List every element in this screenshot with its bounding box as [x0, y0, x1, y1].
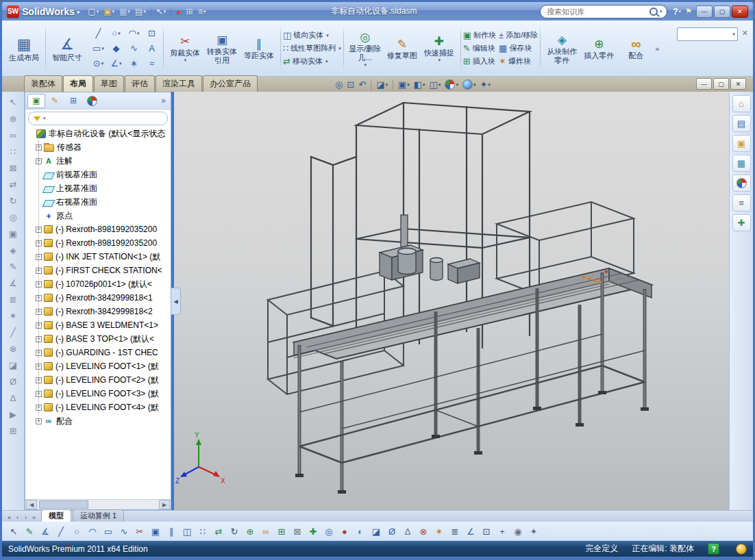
tree-item-root[interactable]: 非标自动化设备 (默认<显示状态 — [25, 127, 171, 140]
view-settings-button[interactable]: ✦▾ — [478, 79, 491, 90]
apply-scene-button[interactable]: ◐ — [354, 524, 367, 538]
dropdown-arrow-icon[interactable]: ▾ — [97, 9, 99, 14]
scrollbar-thumb[interactable] — [39, 500, 88, 509]
dropdown-arrow-icon[interactable]: ▾ — [127, 9, 130, 14]
smart-dimension-button[interactable]: ∡ — [38, 524, 52, 538]
rotate-component-button[interactable]: ↻ — [5, 194, 21, 208]
insert-part-button[interactable]: ⊕ 插入零件 — [580, 35, 617, 62]
dropdown-arrow-icon[interactable]: ▾ — [423, 82, 425, 88]
rewind-icon[interactable]: « — [5, 514, 13, 521]
tree-item-front-plane[interactable]: 前视基准面 — [33, 168, 171, 181]
select-tool-button[interactable]: ↖ — [5, 95, 21, 110]
aligned-section-view-button[interactable]: ◪ — [5, 358, 21, 372]
window-maximize-button[interactable]: ▢ — [714, 5, 730, 18]
sketch-circle-button[interactable]: ○▾ — [108, 26, 125, 40]
tree-item-comp-inkjet[interactable]: +(-) INK JET STATION<1> (默 — [33, 250, 171, 264]
document-recovery-button[interactable]: ✚ — [732, 214, 751, 231]
options-button[interactable]: ≡▾ — [196, 5, 208, 18]
dropdown-arrow-icon[interactable]: ▾ — [488, 82, 491, 88]
tab-assembly[interactable]: 装配体 — [24, 75, 62, 92]
tree-item-comp-base3-top[interactable]: +(-) BASE 3 TOP<1> (默认< — [33, 332, 171, 346]
tree-item-annotations[interactable]: +注解 — [33, 154, 171, 168]
smart-fasteners-button[interactable]: ⊠ — [290, 524, 304, 538]
convert-entities-button[interactable]: ▣ 转换实体引用 — [203, 31, 240, 66]
tree-item-comp-leveling-foot-4[interactable]: +(-) LEVELING FOOT<4> (默 — [33, 400, 171, 414]
tree-item-sensors-folder[interactable]: +传感器 — [33, 140, 171, 154]
tab-sketch[interactable]: 草图 — [94, 75, 124, 92]
filter-dropdown-arrow-icon[interactable]: ▾ — [43, 116, 46, 121]
tree-item-comp-rexroth-1[interactable]: +(-) Rexroth-8981992035200 — [33, 222, 171, 236]
create-layout-button[interactable]: ▦ 生成布局 — [5, 34, 42, 64]
mate-tool-button[interactable]: ∞ — [5, 128, 21, 142]
edit-appearance-button[interactable]: ● — [338, 524, 351, 538]
dropdown-arrow-icon[interactable]: ▾ — [137, 31, 140, 36]
circle-button[interactable]: ○ — [70, 524, 84, 538]
hide-show-button[interactable]: ◎ — [322, 524, 336, 538]
tree-item-comp-guarding[interactable]: +(-) GUARDING - 1ST CHEC — [33, 346, 171, 359]
panel-flyout-icon[interactable]: » — [158, 96, 169, 105]
quick-snaps-button[interactable]: ✚ 快速捕捉 ▾ — [421, 32, 458, 64]
sketch-fillet-button[interactable]: ∠▾ — [108, 56, 125, 71]
explode-line-sketch-button[interactable]: ╱ — [5, 325, 21, 340]
tab-layout[interactable]: 布局 — [63, 75, 93, 92]
configurationmanager-tab-button[interactable]: ⊞ — [64, 94, 82, 108]
view-palette-button[interactable]: ▦ — [732, 155, 751, 172]
custom-properties-button[interactable]: ≡ — [732, 194, 751, 212]
mass-properties-button[interactable]: Δ — [401, 524, 414, 538]
dropdown-arrow-icon[interactable]: ▾ — [112, 9, 115, 14]
dropdown-arrow-icon[interactable]: ▾ — [732, 31, 735, 37]
quick-tip-icon[interactable] — [736, 544, 747, 555]
expander-icon[interactable]: + — [36, 418, 42, 424]
mate-button[interactable]: ∞ 配合 — [617, 35, 654, 62]
dropdown-arrow-icon[interactable]: ▾ — [473, 82, 476, 88]
options-settings-button[interactable]: ✦ — [527, 524, 541, 538]
dropdown-arrow-icon[interactable]: ▾ — [101, 61, 104, 66]
mirror-entities-button[interactable]: ◫ 镜向实体 ▾ — [283, 30, 341, 40]
measure-button[interactable]: Ø — [385, 524, 399, 538]
zoom-fit-button[interactable]: ◎ — [334, 79, 344, 90]
mass-properties-button[interactable]: Δ — [5, 391, 21, 405]
sketch-fillet-button[interactable]: ∠ — [464, 524, 478, 538]
appearances-scenes-button[interactable] — [732, 175, 751, 192]
featuremanager-tab-button[interactable]: ▣ — [27, 94, 45, 108]
move-component-button[interactable]: ✚ — [306, 524, 320, 538]
zoom-area-button[interactable]: ⊡ — [345, 79, 356, 90]
smart-dimension-button[interactable]: ∡ 智能尺寸 — [49, 34, 86, 64]
next-icon[interactable]: › — [22, 514, 29, 521]
tab-office-products[interactable]: 办公室产品 — [203, 75, 258, 92]
apply-scene-button[interactable]: ▾ — [461, 79, 478, 90]
tab-model[interactable]: 模型 — [41, 509, 71, 522]
edit-appearance-button[interactable]: ▾ — [443, 79, 460, 90]
search-dropdown-arrow-icon[interactable]: ▾ — [660, 9, 663, 14]
interference-detection-button[interactable]: ⊗ — [5, 342, 21, 356]
panel-collapse-handle[interactable]: ◀ — [171, 288, 181, 315]
tree-item-top-plane[interactable]: 上视基准面 — [33, 181, 171, 195]
print-document-button[interactable]: ▤▾ — [133, 5, 148, 18]
status-help-icon[interactable]: ? — [708, 543, 719, 555]
linear-sketch-pattern-button[interactable]: ∷ — [196, 524, 210, 538]
section-view-button[interactable]: ◪ — [369, 524, 383, 538]
line-button[interactable]: ╱ — [54, 524, 68, 538]
tree-item-comp-leveling-foot-2[interactable]: +(-) LEVELING FOOT<2> (默 — [33, 373, 171, 387]
motion-study-button[interactable]: ▶ — [5, 407, 21, 422]
component-pattern-button[interactable]: ∷ — [5, 144, 21, 159]
select-cursor-button[interactable]: ↖▾ — [154, 5, 169, 18]
interference-detection-button[interactable]: ⊗ — [417, 524, 430, 538]
origin-visibility-button[interactable]: + — [495, 524, 509, 538]
component-leveling-feet[interactable] — [295, 391, 649, 494]
sketch-text-button[interactable]: A — [143, 41, 160, 55]
mate-button[interactable]: ∞ — [259, 524, 273, 538]
sketch-rectangle-button[interactable]: ▭▾ — [90, 41, 107, 55]
configuration-combobox[interactable]: ▾ — [677, 27, 738, 41]
insert-block-button[interactable]: ⊞ 插入块 — [463, 56, 496, 66]
move-entities-button[interactable]: ⇄ — [212, 524, 225, 538]
bill-of-materials-button[interactable]: ≣ — [5, 292, 21, 307]
graphics-viewport[interactable]: Y X Z — [174, 92, 729, 510]
propertymanager-tab-button[interactable]: ✎ — [46, 94, 64, 108]
scroll-left-icon[interactable]: ◀ — [26, 500, 37, 509]
toolbox-button[interactable]: ⊞ — [5, 424, 21, 438]
add-remove-button[interactable]: ± 添加/移除 — [499, 30, 538, 40]
sketch-button[interactable]: ✎ — [23, 524, 36, 538]
tree-filter-box[interactable]: ▾ — [28, 112, 168, 125]
camera-views-button[interactable]: ◉ — [511, 524, 525, 538]
